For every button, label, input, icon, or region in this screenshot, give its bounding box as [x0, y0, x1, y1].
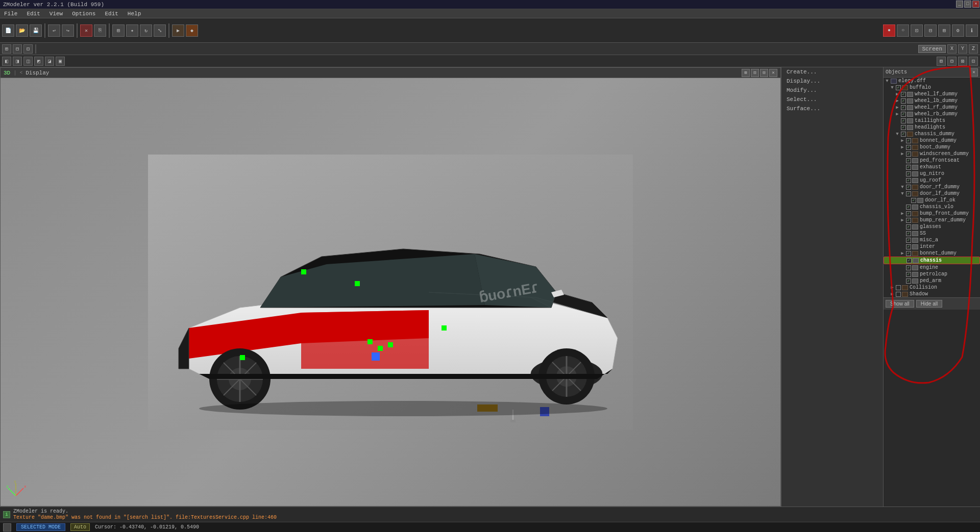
tb2-btn1[interactable]: ⊞: [2, 44, 11, 54]
menu-options[interactable]: Options: [70, 11, 97, 17]
tree-ss[interactable]: SS: [884, 230, 980, 237]
tb3-btn4[interactable]: ◩: [34, 57, 43, 66]
x-btn[interactable]: X: [947, 44, 957, 54]
tree-ug-nitro[interactable]: ug_nitro: [884, 170, 980, 177]
vp-btn-2[interactable]: ⊡: [751, 69, 759, 77]
scale-button[interactable]: ⤡: [154, 24, 166, 37]
cb-chassis-dummy[interactable]: [901, 132, 906, 137]
cb-bump-front[interactable]: [906, 211, 911, 216]
cb-chassis-vlo[interactable]: [906, 205, 911, 210]
cb-wheel-rf[interactable]: [901, 105, 906, 110]
tree-door-rf-dummy[interactable]: ▼ door_rf_dummy: [884, 184, 980, 190]
cb-ss[interactable]: [906, 231, 911, 236]
cb-taillights[interactable]: [901, 118, 906, 123]
cb-chassis[interactable]: [906, 258, 912, 263]
tree-misc-a[interactable]: misc_a: [884, 237, 980, 243]
rotate-button[interactable]: ↻: [140, 24, 152, 37]
tree-ug-roof[interactable]: ug_roof: [884, 177, 980, 184]
cb-inter[interactable]: [906, 244, 911, 249]
tree-door-lf-ok[interactable]: door_lf_ok: [884, 197, 980, 204]
render-button[interactable]: ▶: [172, 24, 184, 37]
tree-wheel-rb[interactable]: ▶ wheel_rb_dummy: [884, 111, 980, 117]
tree-wheel-lf[interactable]: ▶ wheel_lf_dummy: [884, 91, 980, 97]
side-modify[interactable]: Modify...: [781, 86, 883, 95]
cb-collision[interactable]: [896, 285, 901, 290]
tree-inter[interactable]: inter: [884, 243, 980, 250]
tb3-right4[interactable]: ⊡: [969, 57, 978, 66]
color-btn-1[interactable]: ●: [883, 24, 895, 37]
select-button[interactable]: ⊞: [112, 24, 125, 37]
tree-bonnet-dummy1[interactable]: ▶ bonnet_dummy: [884, 137, 980, 144]
tb3-right3[interactable]: ⊠: [958, 57, 967, 66]
cb-petrolcap[interactable]: [906, 272, 911, 277]
maximize-button[interactable]: □: [964, 1, 971, 8]
move-button[interactable]: ✦: [126, 24, 138, 37]
screen-button[interactable]: Screen: [918, 45, 946, 53]
tb3-btn2[interactable]: ◨: [13, 57, 22, 66]
cb-bonnet2[interactable]: [906, 251, 911, 256]
cb-engine[interactable]: [906, 265, 911, 270]
car-scene[interactable]: ɓuoɾnEɾ: [1, 78, 780, 506]
view-btn-2[interactable]: ⊟: [924, 24, 937, 37]
tb2-btn2[interactable]: ⊟: [13, 44, 22, 54]
settings-btn[interactable]: ⚙: [952, 24, 964, 37]
tree-buffalo[interactable]: ▼ buffalo: [884, 84, 980, 91]
tree-windscreen-dummy[interactable]: ▶ windscreen_dummy: [884, 150, 980, 157]
cb-glasses[interactable]: [906, 224, 911, 230]
menu-view[interactable]: View: [47, 11, 65, 17]
tree-taillights[interactable]: taillights: [884, 117, 980, 124]
tree-ped-arm[interactable]: ped_arm: [884, 277, 980, 284]
vp-btn-1[interactable]: ⊞: [742, 69, 750, 77]
tb3-right2[interactable]: ⊟: [947, 57, 957, 66]
tree-chassis-vlo[interactable]: chassis_vlo: [884, 204, 980, 210]
tree-bonnet-dummy2[interactable]: ▶ bonnet_dummy: [884, 250, 980, 257]
view-btn-1[interactable]: ⊡: [911, 24, 923, 37]
tb3-btn1[interactable]: ◧: [2, 57, 11, 66]
tree-chassis-dummy[interactable]: ▼ chassis_dummy: [884, 131, 980, 137]
side-create[interactable]: Create...: [781, 67, 883, 77]
tb3-btn3[interactable]: ◫: [23, 57, 33, 66]
cb-boot[interactable]: [906, 145, 911, 150]
vp-btn-3[interactable]: ⊟: [760, 69, 768, 77]
cb-door-lf-ok[interactable]: [911, 198, 916, 203]
menu-file[interactable]: File: [2, 11, 19, 17]
copy-button[interactable]: ⎘: [94, 24, 106, 37]
undo-button[interactable]: ↩: [48, 24, 60, 37]
cb-buffalo[interactable]: [896, 85, 901, 90]
tree-chassis[interactable]: chassis: [884, 257, 980, 264]
right-panel[interactable]: Objects ✕ ▼ elegy.dff ▼ buffalo ▶ wheel_…: [883, 67, 980, 506]
save-button[interactable]: 💾: [30, 24, 42, 37]
tb3-btn5[interactable]: ◪: [45, 57, 54, 66]
tree-ped-frontseat[interactable]: ped_frontseat: [884, 157, 980, 164]
tree-petrolcap[interactable]: petrolcap: [884, 271, 980, 277]
y-btn[interactable]: Y: [958, 44, 967, 54]
tree-collision[interactable]: ▶ Collision: [884, 284, 980, 291]
menu-edit[interactable]: Edit: [24, 11, 42, 17]
tree-bump-front[interactable]: ▶ bump_front_dummy: [884, 210, 980, 217]
close-button[interactable]: ×: [972, 1, 979, 8]
tree-wheel-rf[interactable]: ▶ wheel_rf_dummy: [884, 104, 980, 111]
cb-wheel-rb[interactable]: [901, 112, 906, 117]
cb-bonnet1[interactable]: [906, 138, 911, 143]
cb-exhaust[interactable]: [906, 165, 911, 170]
viewport[interactable]: 3D | < Display ⊞ ⊡ ⊟ ✕: [0, 67, 781, 506]
cb-wheel-lf[interactable]: [901, 92, 906, 97]
tree-headlights[interactable]: headlights: [884, 124, 980, 131]
menu-help[interactable]: Help: [126, 11, 143, 17]
view-btn-3[interactable]: ⊞: [938, 24, 950, 37]
minimize-button[interactable]: _: [956, 1, 963, 8]
cb-door-lf[interactable]: [906, 191, 911, 196]
tree-exhaust[interactable]: exhaust: [884, 164, 980, 170]
material-button[interactable]: ◆: [186, 24, 198, 37]
tree-glasses[interactable]: glasses: [884, 223, 980, 230]
color-btn-2[interactable]: ○: [897, 24, 909, 37]
side-display[interactable]: Display...: [781, 77, 883, 86]
side-surface[interactable]: Surface...: [781, 104, 883, 113]
tree-root[interactable]: ▼ elegy.dff: [884, 78, 980, 84]
cb-door-rf[interactable]: [906, 185, 911, 190]
delete-button[interactable]: ✕: [80, 24, 92, 37]
cb-headlights[interactable]: [901, 125, 906, 130]
cb-shadow[interactable]: [896, 292, 901, 297]
tree-shadow[interactable]: ▶ Shadow: [884, 291, 980, 297]
open-button[interactable]: 📂: [16, 24, 28, 37]
